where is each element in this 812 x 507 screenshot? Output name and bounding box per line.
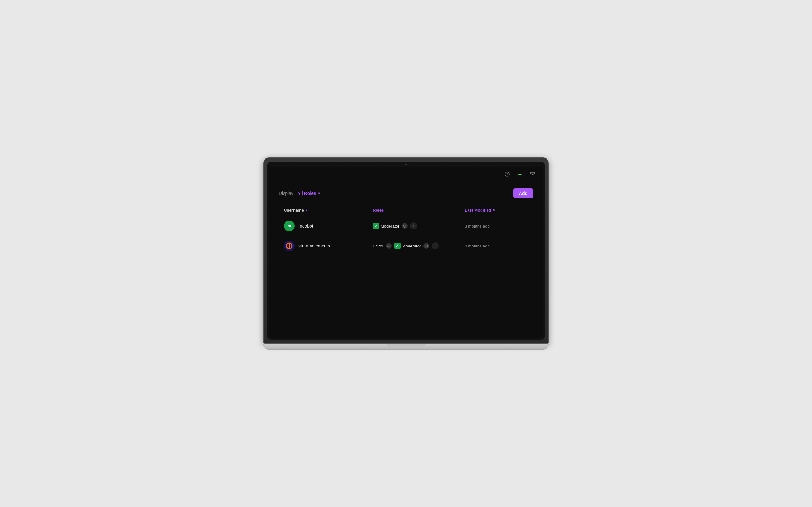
roles-cell-moobot: ✔ Moderator ⊖ + bbox=[373, 222, 465, 229]
user-cell-streamelements: streamelements bbox=[284, 240, 373, 251]
add-role-button[interactable]: + bbox=[410, 222, 417, 229]
screen-bezel: ? bbox=[267, 162, 545, 340]
remove-role-button[interactable]: ⊖ bbox=[402, 223, 408, 229]
laptop-notch bbox=[387, 344, 425, 347]
chevron-down-icon: ▼ bbox=[317, 191, 321, 195]
username-column-header[interactable]: Username ▲ bbox=[284, 208, 373, 213]
svg-text:?: ? bbox=[506, 173, 508, 176]
laptop-lid: ? bbox=[263, 158, 549, 344]
roles-dropdown-label: All Roles bbox=[297, 191, 316, 196]
camera-dot bbox=[405, 164, 407, 165]
table-header: Username ▲ Roles Last Modified ⇅ bbox=[279, 205, 533, 216]
username-moobot: moobot bbox=[299, 223, 313, 228]
laptop-base bbox=[263, 344, 549, 349]
lastmod-moobot: 3 months ago bbox=[465, 224, 528, 228]
sparkle-icon[interactable] bbox=[516, 170, 524, 178]
role-badge-moderator2: ✔ Moderator bbox=[394, 243, 421, 249]
main-content: Display All Roles ▼ Add bbox=[269, 182, 543, 262]
avatar-moobot: m bbox=[284, 221, 295, 231]
users-table: Username ▲ Roles Last Modified ⇅ bbox=[279, 205, 533, 256]
sort-username-icon: ▲ bbox=[305, 209, 308, 212]
role-icon-moderator2: ✔ bbox=[394, 243, 401, 249]
username-streamelements: streamelements bbox=[299, 243, 330, 248]
mail-icon[interactable] bbox=[529, 170, 537, 178]
roles-cell-streamelements: Editor ⊖ ✔ Moderator ⊖ + bbox=[373, 242, 465, 249]
filter-bar: Display All Roles ▼ Add bbox=[279, 188, 533, 199]
svg-text:m: m bbox=[288, 224, 291, 228]
sort-lastmod-icon: ⇅ bbox=[493, 209, 495, 212]
user-cell-moobot: m moobot bbox=[284, 221, 373, 231]
help-icon[interactable]: ? bbox=[503, 170, 511, 178]
roles-dropdown[interactable]: All Roles ▼ bbox=[297, 191, 321, 196]
table-row: m moobot ✔ Moderator ⊖ bbox=[279, 216, 533, 236]
role-icon-moderator: ✔ bbox=[373, 223, 379, 229]
filter-left: Display All Roles ▼ bbox=[279, 191, 321, 196]
role-name-editor: Editor bbox=[373, 244, 384, 248]
remove-editor-role-button[interactable]: ⊖ bbox=[386, 243, 392, 249]
table-row: streamelements Editor ⊖ ✔ Moderator bbox=[279, 236, 533, 256]
screen: ? bbox=[269, 167, 543, 338]
lastmod-streamelements: 4 months ago bbox=[465, 244, 528, 248]
remove-moderator-role-button[interactable]: ⊖ bbox=[423, 243, 429, 249]
add-role-button-se[interactable]: + bbox=[432, 242, 439, 249]
avatar-streamelements bbox=[284, 240, 295, 251]
lastmod-column-header[interactable]: Last Modified ⇅ bbox=[465, 208, 528, 213]
role-name-moderator2: Moderator bbox=[402, 244, 421, 248]
role-name-moderator: Moderator bbox=[380, 224, 399, 228]
role-badge-editor: Editor bbox=[373, 244, 384, 248]
role-badge-moderator: ✔ Moderator bbox=[373, 223, 399, 229]
svg-rect-2 bbox=[530, 172, 535, 176]
display-label: Display bbox=[279, 191, 293, 196]
laptop-outer: ? bbox=[263, 158, 549, 349]
add-button[interactable]: Add bbox=[513, 188, 533, 199]
roles-column-header: Roles bbox=[373, 208, 465, 213]
topbar: ? bbox=[269, 167, 543, 182]
